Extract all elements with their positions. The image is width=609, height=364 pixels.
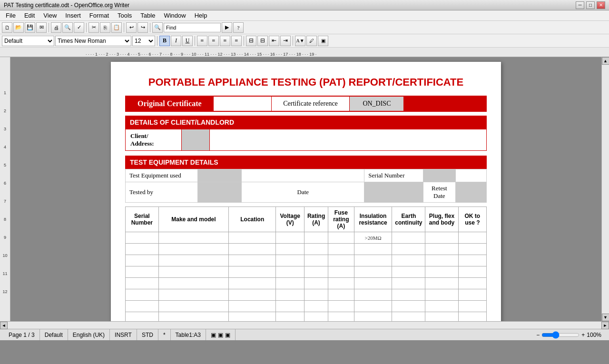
font-select[interactable]: Times New Roman xyxy=(55,36,131,46)
cell-voltage-5[interactable] xyxy=(276,278,304,289)
new-btn[interactable]: 🗋 xyxy=(2,22,12,33)
outdent-btn[interactable]: ⇤ xyxy=(269,36,279,46)
cell-model-2[interactable] xyxy=(158,244,229,255)
cell-plug-8[interactable] xyxy=(425,312,458,322)
align-justify-btn[interactable]: ≡ xyxy=(231,36,242,46)
horizontal-scrollbar[interactable]: ◄ ► xyxy=(0,321,609,329)
cell-earth-4[interactable] xyxy=(392,266,425,278)
menu-insert[interactable]: Insert xyxy=(61,11,85,20)
cell-insulation-6[interactable] xyxy=(354,289,392,301)
zoom-in-icon[interactable]: + xyxy=(581,332,585,338)
retest-value[interactable] xyxy=(455,182,486,203)
date-value[interactable] xyxy=(364,182,423,203)
cell-insulation-4[interactable] xyxy=(354,266,392,278)
open-btn[interactable]: 📂 xyxy=(13,22,24,33)
cell-model-8[interactable] xyxy=(158,312,229,322)
font-color-btn[interactable]: A▼ xyxy=(295,36,305,46)
preview-btn[interactable]: 🔍 xyxy=(62,22,73,33)
cell-rating-5[interactable] xyxy=(304,278,328,289)
undo-btn[interactable]: ↩ xyxy=(126,22,137,33)
cell-rating-2[interactable] xyxy=(304,244,328,255)
cell-model-4[interactable] xyxy=(158,266,229,278)
cert-ref-value[interactable]: ON_DISC xyxy=(350,96,404,111)
cell-voltage-8[interactable] xyxy=(276,312,304,322)
equip-used-value[interactable] xyxy=(198,169,242,182)
minimize-button[interactable]: ─ xyxy=(576,1,584,9)
view-web-btn[interactable]: ▣ xyxy=(218,332,223,338)
cell-rating-8[interactable] xyxy=(304,312,328,322)
cell-ok-3[interactable] xyxy=(458,255,486,266)
help-btn[interactable]: ? xyxy=(233,22,244,33)
align-left-btn[interactable]: ≡ xyxy=(197,36,207,46)
highlight-btn[interactable]: 🖊 xyxy=(306,36,317,46)
cell-fuse-4[interactable] xyxy=(328,266,354,278)
cell-rating-3[interactable] xyxy=(304,255,328,266)
style-select[interactable]: Default xyxy=(2,36,54,46)
serial-num-value[interactable] xyxy=(423,169,455,182)
client-value[interactable] xyxy=(182,129,210,151)
cell-plug-2[interactable] xyxy=(425,244,458,255)
cell-voltage-1[interactable] xyxy=(276,232,304,244)
cell-location-1[interactable] xyxy=(229,232,276,244)
cell-ok-5[interactable] xyxy=(458,278,486,289)
numbering-btn[interactable]: ⊟ xyxy=(246,36,256,46)
cell-serial-3[interactable] xyxy=(126,255,159,266)
copy-btn[interactable]: ⎘ xyxy=(100,22,110,33)
cell-plug-5[interactable] xyxy=(425,278,458,289)
cell-insulation-1[interactable]: >20MΩ xyxy=(354,232,392,244)
paste-btn[interactable]: 📋 xyxy=(111,22,122,33)
menu-table[interactable]: Table xyxy=(137,11,159,20)
h-scroll-track[interactable] xyxy=(8,322,601,329)
cell-fuse-1[interactable] xyxy=(328,232,354,244)
cell-earth-3[interactable] xyxy=(392,255,425,266)
cell-plug-3[interactable] xyxy=(425,255,458,266)
cell-location-5[interactable] xyxy=(229,278,276,289)
cell-insulation-7[interactable] xyxy=(354,301,392,312)
cell-ok-7[interactable] xyxy=(458,301,486,312)
align-center-btn[interactable]: ≡ xyxy=(208,36,219,46)
vertical-scrollbar[interactable]: ▲ ▼ xyxy=(601,57,609,321)
print-btn[interactable]: 🖨 xyxy=(51,22,61,33)
cell-location-4[interactable] xyxy=(229,266,276,278)
cell-voltage-7[interactable] xyxy=(276,301,304,312)
menu-tools[interactable]: Tools xyxy=(114,11,136,20)
size-select[interactable]: 12 xyxy=(132,36,155,46)
cell-serial-7[interactable] xyxy=(126,301,159,312)
scroll-track[interactable] xyxy=(602,65,609,314)
cell-model-5[interactable] xyxy=(158,278,229,289)
maximize-button[interactable]: □ xyxy=(586,1,595,9)
cell-serial-8[interactable] xyxy=(126,312,159,322)
cell-earth-2[interactable] xyxy=(392,244,425,255)
view-normal-btn[interactable]: ▣ xyxy=(211,332,216,338)
cell-model-1[interactable] xyxy=(158,232,229,244)
find-next-btn[interactable]: ▶ xyxy=(222,22,232,33)
cell-model-6[interactable] xyxy=(158,289,229,301)
cut-btn[interactable]: ✂ xyxy=(88,22,99,33)
cell-ok-4[interactable] xyxy=(458,266,486,278)
cell-voltage-2[interactable] xyxy=(276,244,304,255)
redo-btn[interactable]: ↪ xyxy=(138,22,148,33)
cell-fuse-5[interactable] xyxy=(328,278,354,289)
zoom-slider[interactable] xyxy=(541,331,580,339)
cell-location-7[interactable] xyxy=(229,301,276,312)
indent-btn[interactable]: ⇥ xyxy=(280,36,291,46)
cell-insulation-5[interactable] xyxy=(354,278,392,289)
cell-location-6[interactable] xyxy=(229,289,276,301)
cell-model-7[interactable] xyxy=(158,301,229,312)
cell-rating-1[interactable] xyxy=(304,232,328,244)
close-button[interactable]: ✕ xyxy=(597,1,605,9)
cell-plug-1[interactable] xyxy=(425,232,458,244)
cell-ok-6[interactable] xyxy=(458,289,486,301)
cell-ok-1[interactable] xyxy=(458,232,486,244)
cell-insulation-3[interactable] xyxy=(354,255,392,266)
underline-btn[interactable]: U xyxy=(182,36,193,46)
cell-serial-2[interactable] xyxy=(126,244,159,255)
tested-by-value[interactable] xyxy=(198,182,242,203)
cell-insulation-2[interactable] xyxy=(354,244,392,255)
save-btn[interactable]: 💾 xyxy=(25,22,35,33)
find-input[interactable] xyxy=(164,23,221,32)
cell-fuse-2[interactable] xyxy=(328,244,354,255)
email-btn[interactable]: ✉ xyxy=(36,22,47,33)
cell-fuse-3[interactable] xyxy=(328,255,354,266)
cell-earth-7[interactable] xyxy=(392,301,425,312)
